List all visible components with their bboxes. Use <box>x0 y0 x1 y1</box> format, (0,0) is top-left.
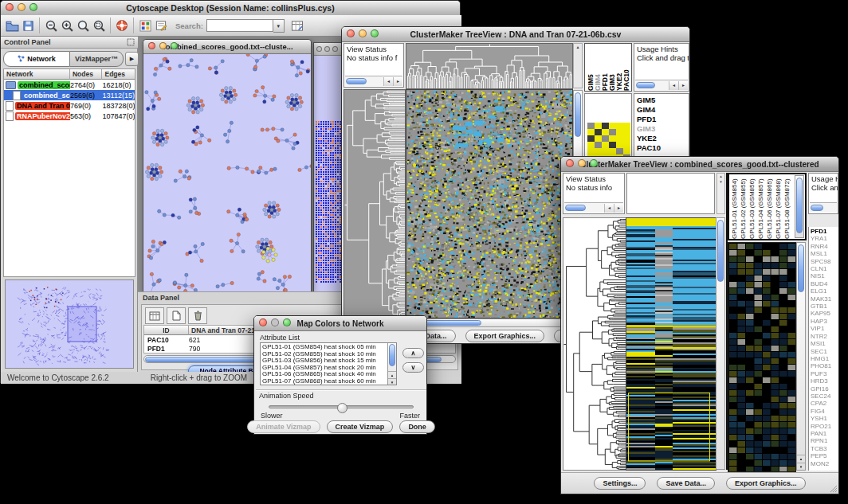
heatmap-column-label[interactable]: GIM4 <box>594 45 601 91</box>
close-button[interactable] <box>148 42 155 49</box>
heatmap-column-label[interactable]: GPL51-04 (GSM857) <box>757 176 766 239</box>
network-window-title-bar[interactable]: combined_scores_good.txt--cluste... <box>143 40 311 54</box>
gene-label[interactable]: SPC98 <box>811 258 838 265</box>
gene-label[interactable]: NTR2 <box>811 333 838 340</box>
scrollbar-thumb[interactable] <box>811 205 823 211</box>
mini-matrix-cell[interactable] <box>616 142 623 148</box>
gene-label[interactable]: GIM5 <box>637 96 689 105</box>
zoom-in-icon[interactable] <box>59 18 75 33</box>
minimize-button[interactable] <box>271 318 279 326</box>
scrollbar-thumb[interactable] <box>346 78 367 84</box>
main-title-bar[interactable]: Cytoscape Desktop (Session Name: collins… <box>1 1 460 16</box>
resize-grip[interactable] <box>829 484 838 493</box>
tv2-center-vscrollbar[interactable] <box>716 217 725 470</box>
zoom-button[interactable] <box>171 42 178 49</box>
scroll-up-icon[interactable]: ▴ <box>388 371 396 377</box>
scroll-up-icon[interactable]: ▴ <box>717 174 724 179</box>
gene-label[interactable]: HRD3 <box>811 377 838 385</box>
tv2-heatmap-global[interactable] <box>626 217 716 471</box>
birdseye-view[interactable] <box>5 279 134 369</box>
scrollbar-thumb[interactable] <box>575 92 581 137</box>
heatmap-column-label[interactable]: PAC10 <box>622 45 630 91</box>
close-button[interactable] <box>347 29 355 37</box>
save-data-button[interactable]: Save Data... <box>657 477 715 490</box>
gene-label[interactable]: MAK31 <box>811 295 838 303</box>
mini-matrix-cell[interactable] <box>595 135 602 142</box>
column-header-network[interactable]: Network <box>4 69 70 80</box>
mini-matrix-cell[interactable] <box>616 148 623 154</box>
search-input[interactable] <box>206 19 273 32</box>
gene-label[interactable]: PFD1 <box>637 115 689 124</box>
select-attributes-icon[interactable] <box>145 307 164 324</box>
gene-label[interactable]: KAP95 <box>811 310 838 317</box>
tv2-usage-scrollbar[interactable] <box>810 202 837 213</box>
network-tree-row[interactable]: DNA and Tran 07769(0)183728(0) <box>4 100 135 111</box>
gene-label[interactable]: SEC24 <box>811 393 838 400</box>
dialog-title-bar[interactable]: Map Colors to Network <box>254 316 426 331</box>
zoom-button[interactable] <box>283 318 291 326</box>
gene-label[interactable]: PEP5 <box>811 452 838 459</box>
mini-matrix-cell[interactable] <box>587 129 595 135</box>
tab-overflow-button[interactable]: ▶ <box>125 52 139 66</box>
heatmap-column-label[interactable]: GPL51-02 (GSM855) <box>740 176 748 239</box>
gene-label[interactable]: GIM3 <box>637 124 689 134</box>
scroll-left-icon[interactable]: ◂ <box>669 81 678 90</box>
gene-label[interactable]: TCB3 <box>811 445 838 452</box>
id-column-header[interactable]: ID <box>144 326 189 335</box>
save-session-button[interactable] <box>20 18 36 33</box>
network-tree-row[interactable]: RNAPuberNov2+!563(0)107847(0) <box>4 111 135 121</box>
mini-matrix-cell[interactable] <box>587 135 595 142</box>
gene-label[interactable]: PFD1 <box>811 228 838 235</box>
settings-button[interactable]: Settings... <box>594 477 646 490</box>
scroll-down-icon[interactable]: ▾ <box>388 378 396 385</box>
gene-label[interactable]: ELG1 <box>811 287 838 295</box>
scroll-down-icon[interactable]: ▾ <box>717 179 724 185</box>
scroll-up-icon[interactable]: ▴ <box>797 455 805 462</box>
scrollbar-thumb[interactable] <box>717 220 724 282</box>
column-header-nodes[interactable]: Nodes <box>70 69 103 80</box>
tv2-column-dendrogram-area[interactable] <box>626 173 715 214</box>
gene-label[interactable]: PAN1 <box>811 430 838 437</box>
tv1-hscrollbar[interactable] <box>406 318 571 327</box>
tv1-usage-scrollbar[interactable]: ◂ ▸ <box>635 80 688 90</box>
heatmap-column-label[interactable]: PFD1 <box>601 45 608 91</box>
mini-matrix-cell[interactable] <box>587 142 595 148</box>
close-button[interactable] <box>566 159 574 167</box>
gene-label[interactable]: YRA1 <box>811 235 838 242</box>
gene-label[interactable]: GIM4 <box>637 105 689 115</box>
mini-matrix-cell[interactable] <box>595 129 602 135</box>
tv1-status-scrollbar[interactable]: ◂ ▸ <box>345 76 402 86</box>
minimize-button[interactable] <box>578 159 586 167</box>
new-attribute-icon[interactable] <box>167 307 186 324</box>
attribute-browser-icon[interactable] <box>289 18 305 33</box>
attribute-list-item[interactable]: GPL51-02 (GSM855) heat shock 10 min <box>262 351 395 358</box>
mini-matrix-cell[interactable] <box>623 142 630 148</box>
mini-matrix-cell[interactable] <box>587 123 595 129</box>
mini-matrix-cell[interactable] <box>609 135 616 142</box>
gene-label[interactable]: CLN1 <box>811 265 838 272</box>
tab-vizmapper[interactable]: VizMapper™ <box>70 51 124 67</box>
mini-matrix-cell[interactable] <box>602 135 609 142</box>
mini-matrix-cell[interactable] <box>609 129 616 135</box>
zoom-out-icon[interactable] <box>43 18 59 33</box>
gene-label[interactable]: RNR4 <box>811 243 838 250</box>
scrollbar-thumb[interactable] <box>565 205 586 211</box>
tv2-mini-arrows[interactable]: ▴ ▾ <box>716 173 725 214</box>
network-canvas[interactable] <box>143 54 311 291</box>
scrollbar-thumb[interactable] <box>796 178 803 233</box>
gene-label[interactable]: GPI16 <box>811 385 838 393</box>
heatmap-column-label[interactable]: YKE2 <box>615 45 622 91</box>
mini-matrix-cell[interactable] <box>623 148 630 154</box>
heatmap-column-label[interactable]: GPL51-08 (GSM872) <box>783 176 792 239</box>
gene-label[interactable]: GTB1 <box>811 303 838 310</box>
scrollbar-thumb[interactable] <box>389 344 395 366</box>
tab-network[interactable]: Network <box>3 51 70 67</box>
gene-label[interactable]: HMG1 <box>811 355 838 362</box>
mini-matrix-cell[interactable] <box>623 123 630 129</box>
treeview2-title-bar[interactable]: ClusterMaker TreeView : combined_scores_… <box>561 157 838 172</box>
attribute-list-item[interactable]: GPL51-04 (GSM857) heat shock 20 min <box>262 365 395 372</box>
done-button[interactable]: Done <box>399 420 435 433</box>
mini-matrix-cell[interactable] <box>602 148 609 154</box>
scroll-down-icon[interactable]: ▾ <box>797 463 805 470</box>
close-button[interactable] <box>316 46 322 52</box>
